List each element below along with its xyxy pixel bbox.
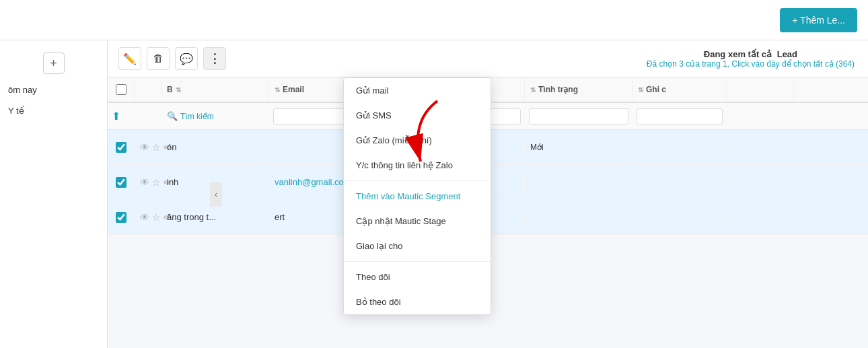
search-extra-cell (727, 114, 794, 119)
row1-actions: 👁 ☆ ✏ (135, 137, 161, 158)
dropdown-divider-2 (344, 261, 491, 262)
sort-name-icon: ⇅ (176, 86, 181, 94)
row1-extra (727, 142, 794, 153)
main-area: + ôm nay Y tế ‹ ✏️ 🗑 💬 ⋮ Đang xem tất cả (0, 40, 868, 348)
sidebar: + ôm nay Y tế (0, 40, 108, 348)
row3-note (632, 212, 727, 223)
sort-status-icon: ⇅ (530, 86, 536, 94)
row2-action-icons: 👁 ☆ ✏ (140, 177, 155, 188)
th-note: ⇅ Ghi c (632, 77, 727, 102)
delete-button[interactable]: 🗑 (147, 47, 170, 70)
search-label-cell: 🔍 Tìm kiếm (161, 108, 269, 124)
th-name: B ⇅ (161, 77, 269, 102)
row3-checkbox-cell (108, 207, 135, 228)
row1-star-icon[interactable]: ☆ (152, 142, 161, 153)
sidebar-item-today[interactable]: ôm nay (0, 79, 107, 100)
dropdown-menu: Gửi mail Gửi SMS Gửi Zalo (miễn phí) Y/c… (343, 77, 491, 315)
th-note-label: Ghi c (646, 85, 666, 94)
row1-checkbox[interactable] (116, 142, 126, 153)
search-note-cell[interactable] (632, 106, 727, 127)
dropdown-unfollow[interactable]: Bỏ theo dõi (344, 289, 491, 314)
more-icon: ⋮ (209, 51, 221, 66)
delete-icon: 🗑 (153, 53, 164, 65)
dropdown-mautic-segment[interactable]: Thêm vào Mautic Segment (344, 184, 491, 209)
dropdown-reassign[interactable]: Giao lại cho (344, 234, 491, 258)
row3-name: ăng trong t... (161, 207, 262, 228)
header-title: Đang xem tất cả Lead (647, 49, 855, 59)
row2-view-icon[interactable]: 👁 (140, 177, 149, 188)
row1-view-icon[interactable]: 👁 (140, 142, 149, 153)
th-status: ⇅ Tình trạng (525, 77, 632, 102)
row2-note (632, 177, 727, 188)
row1-note (632, 142, 727, 153)
header-info: Đang xem tất cả Lead Đã chọn 3 của trang… (647, 49, 855, 69)
dropdown-send-mail[interactable]: Gửi mail (344, 78, 491, 103)
sort-email-icon: ⇅ (275, 86, 280, 94)
dropdown-divider-1 (344, 180, 491, 181)
dropdown-follow[interactable]: Theo dõi (344, 265, 491, 289)
more-button[interactable]: ⋮ (203, 47, 226, 70)
chat-button[interactable]: 💬 (175, 47, 198, 70)
dropdown-mautic-stage[interactable]: Cập nhật Mautic Stage (344, 209, 491, 234)
row2-actions: 👁 ☆ ✏ (135, 172, 161, 193)
header-subtitle[interactable]: Đã chọn 3 của trang 1, Click vào đây để … (647, 59, 855, 69)
row2-email-link[interactable]: vanlinh@gmail.com (275, 177, 351, 187)
select-all-checkbox[interactable] (116, 84, 126, 95)
header-title-prefix: Đang xem tất cả (704, 49, 772, 59)
dropdown-send-sms[interactable]: Gửi SMS (344, 103, 491, 128)
sidebar-add-button[interactable]: + (43, 53, 65, 74)
header-title-bold: Lead (777, 49, 797, 59)
row3-checkbox[interactable] (116, 212, 126, 223)
add-lead-button[interactable]: + Thêm Le... (780, 8, 857, 32)
th-actions (135, 77, 161, 102)
row3-extra (727, 212, 794, 223)
row2-checkbox[interactable] (116, 177, 126, 188)
row3-actions: 👁 ☆ ✏ (135, 207, 161, 228)
row1-action-icons: 👁 ☆ ✏ (140, 142, 155, 153)
upload-icon: ⬆ (112, 110, 120, 122)
row1-name: ón (161, 137, 262, 158)
row2-checkbox-cell (108, 172, 135, 193)
sidebar-item-medical[interactable]: Y tế (0, 100, 107, 121)
th-status-label: Tình trạng (538, 85, 578, 94)
search-empty-cell (135, 114, 161, 119)
search-note-input[interactable] (637, 108, 723, 125)
search-status-input[interactable] (529, 108, 628, 125)
content-area: ‹ ✏️ 🗑 💬 ⋮ Đang xem tất cả Lead Đã chọn … (108, 40, 868, 348)
search-label-icon: 🔍 (167, 111, 178, 121)
row1-checkbox-cell (108, 137, 135, 158)
chat-icon: 💬 (180, 53, 193, 65)
search-label-text: Tìm kiếm (180, 112, 214, 121)
row2-extra (727, 177, 794, 188)
dropdown-send-zalo[interactable]: Gửi Zalo (miễn phí) (344, 128, 491, 153)
sidebar-collapse-button[interactable]: ‹ (210, 182, 222, 207)
th-extra (727, 77, 794, 102)
row2-status (525, 177, 632, 188)
row3-action-icons: 👁 ☆ ✏ (140, 212, 155, 223)
dropdown-zalo-contact[interactable]: Y/c thông tin liên hệ Zalo (344, 153, 491, 178)
toolbar: ✏️ 🗑 💬 ⋮ Đang xem tất cả Lead Đã chọn 3 … (108, 40, 868, 77)
edit-icon: ✏️ (123, 53, 137, 65)
th-email-label: Email (283, 85, 304, 94)
edit-button[interactable]: ✏️ (118, 47, 141, 70)
row3-status (525, 212, 632, 223)
row1-status: Mới (525, 137, 632, 158)
row3-star-icon[interactable]: ☆ (152, 212, 161, 223)
search-status-cell[interactable] (525, 106, 632, 127)
search-icon-cell: ⬆ (108, 107, 135, 125)
row3-view-icon[interactable]: 👁 (140, 212, 149, 223)
th-checkbox (108, 77, 135, 102)
top-bar: + Thêm Le... (0, 0, 868, 40)
row2-star-icon[interactable]: ☆ (152, 177, 161, 188)
th-name-label: B (167, 85, 173, 94)
sort-note-icon: ⇅ (638, 86, 643, 94)
